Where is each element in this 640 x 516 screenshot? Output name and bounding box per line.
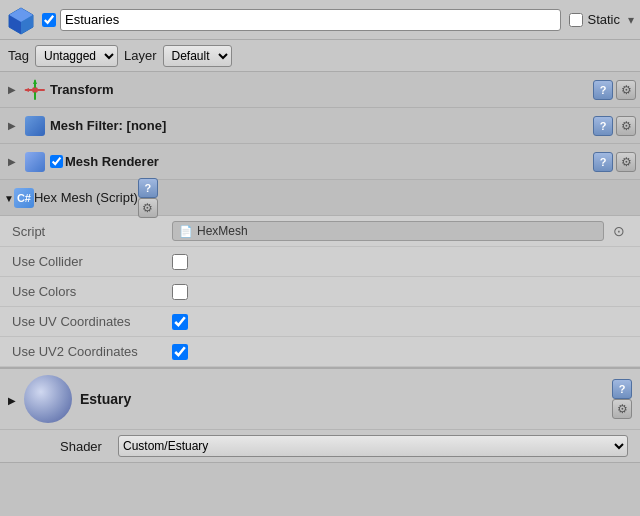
static-area: Static ▾ (569, 12, 634, 27)
transform-info-btn[interactable]: ? (593, 80, 613, 100)
hex-mesh-gear-btn[interactable]: ⚙ (138, 198, 158, 218)
cube-icon (6, 5, 36, 35)
object-name-input[interactable] (60, 9, 561, 31)
script-icon: C# (14, 188, 34, 208)
object-active-checkbox[interactable] (42, 13, 56, 27)
script-label: Script (12, 224, 172, 239)
mesh-filter-info-btn[interactable]: ? (593, 116, 613, 136)
hex-mesh-icon: C# (14, 188, 34, 208)
shader-label: Shader (60, 439, 110, 454)
tag-select[interactable]: Untagged (35, 45, 118, 67)
svg-marker-9 (24, 88, 29, 92)
hex-mesh-section: C# Hex Mesh (Script) ? ⚙ Script 📄 HexMes… (0, 180, 640, 369)
transform-gear-btn[interactable]: ⚙ (616, 80, 636, 100)
estuary-section: Estuary ? ⚙ Shader Custom/Estuary (0, 369, 640, 463)
layer-label: Layer (124, 48, 157, 63)
mesh-renderer-buttons: ? ⚙ (593, 152, 636, 172)
script-name: HexMesh (197, 224, 248, 238)
script-value: 📄 HexMesh ⊙ (172, 221, 628, 241)
use-uv-row: Use UV Coordinates (0, 307, 640, 337)
transform-expand-btn[interactable] (4, 82, 20, 98)
estuary-gear-btn[interactable]: ⚙ (612, 399, 632, 419)
estuary-shader-row: Shader Custom/Estuary (0, 430, 640, 462)
mesh-renderer-info-btn[interactable]: ? (593, 152, 613, 172)
use-uv2-checkbox[interactable] (172, 344, 188, 360)
use-collider-value (172, 254, 628, 270)
use-colors-label: Use Colors (12, 284, 172, 299)
hex-mesh-info-btn[interactable]: ? (138, 178, 158, 198)
use-uv-label: Use UV Coordinates (12, 314, 172, 329)
static-checkbox[interactable] (569, 13, 583, 27)
script-settings-btn[interactable]: ⊙ (610, 222, 628, 240)
mesh-renderer-expand-btn[interactable] (4, 154, 20, 170)
estuary-sphere-icon (24, 375, 72, 423)
tag-layer-row: Tag Untagged Layer Default (0, 40, 640, 72)
use-colors-row: Use Colors (0, 277, 640, 307)
estuary-header: Estuary ? ⚙ (0, 369, 640, 430)
layer-select[interactable]: Default (163, 45, 232, 67)
estuary-expand-btn[interactable] (8, 392, 16, 407)
mesh-filter-buttons: ? ⚙ (593, 116, 636, 136)
estuary-info-btn[interactable]: ? (612, 379, 632, 399)
mesh-renderer-gear-btn[interactable]: ⚙ (616, 152, 636, 172)
use-uv-checkbox[interactable] (172, 314, 188, 330)
component-row-transform: Transform ? ⚙ (0, 72, 640, 108)
mesh-renderer-title: Mesh Renderer (65, 154, 593, 169)
component-row-mesh-filter: Mesh Filter: [none] ? ⚙ (0, 108, 640, 144)
use-uv2-value (172, 344, 628, 360)
hex-mesh-expand-btn[interactable] (4, 190, 14, 205)
mesh-filter-title: Mesh Filter: [none] (50, 118, 593, 133)
estuary-buttons: ? ⚙ (612, 379, 632, 419)
static-dropdown-arrow[interactable]: ▾ (628, 13, 634, 27)
use-collider-label: Use Collider (12, 254, 172, 269)
svg-marker-6 (33, 79, 37, 84)
script-row: Script 📄 HexMesh ⊙ (0, 216, 640, 247)
use-colors-value (172, 284, 628, 300)
static-label: Static (587, 12, 620, 27)
tag-label: Tag (8, 48, 29, 63)
mesh-filter-gear-btn[interactable]: ⚙ (616, 116, 636, 136)
script-file-icon: 📄 (179, 225, 193, 238)
estuary-title: Estuary (80, 391, 604, 407)
component-row-mesh-renderer: Mesh Renderer ? ⚙ (0, 144, 640, 180)
transform-title: Transform (50, 82, 593, 97)
hex-mesh-header: C# Hex Mesh (Script) ? ⚙ (0, 180, 640, 216)
hex-mesh-body: Script 📄 HexMesh ⊙ Use Collider Use Colo… (0, 216, 640, 367)
use-uv2-row: Use UV2 Coordinates (0, 337, 640, 367)
use-collider-checkbox[interactable] (172, 254, 188, 270)
transform-icon (24, 79, 46, 101)
shader-select[interactable]: Custom/Estuary (118, 435, 628, 457)
hex-mesh-title: Hex Mesh (Script) (34, 190, 138, 205)
use-collider-row: Use Collider (0, 247, 640, 277)
script-field[interactable]: 📄 HexMesh (172, 221, 604, 241)
use-colors-checkbox[interactable] (172, 284, 188, 300)
hex-mesh-buttons: ? ⚙ (138, 178, 158, 218)
mesh-filter-expand-btn[interactable] (4, 118, 20, 134)
mesh-filter-icon (24, 115, 46, 137)
top-header: Static ▾ (0, 0, 640, 40)
use-uv2-label: Use UV2 Coordinates (12, 344, 172, 359)
use-uv-value (172, 314, 628, 330)
mesh-renderer-icon (24, 151, 46, 173)
transform-buttons: ? ⚙ (593, 80, 636, 100)
mesh-renderer-checkbox[interactable] (50, 155, 63, 168)
